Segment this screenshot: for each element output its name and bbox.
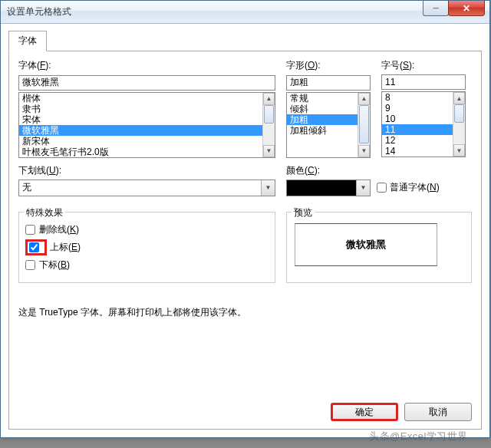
client-area: 字体 字体(F): 楷体 隶书 宋体 微软雅黑 新宋体 叶根友毛笔行书2.0版 [1, 24, 489, 437]
tabstrip: 字体 [8, 30, 482, 51]
scroll-down-icon[interactable]: ▼ [358, 145, 370, 157]
scroll-up-icon[interactable]: ▲ [453, 92, 465, 104]
scroll-up-icon[interactable]: ▲ [263, 93, 275, 105]
tab-pane: 字体(F): 楷体 隶书 宋体 微软雅黑 新宋体 叶根友毛笔行书2.0版 ▲ [8, 51, 482, 430]
style-input[interactable] [286, 75, 371, 91]
style-list[interactable]: 常规 倾斜 加粗 加粗倾斜 [287, 93, 358, 157]
underline-label: 下划线(U): [18, 164, 275, 177]
chevron-down-icon[interactable]: ▼ [261, 180, 275, 196]
scrollbar[interactable]: ▲ ▼ [358, 93, 370, 157]
font-label: 字体(F): [18, 59, 275, 72]
list-item[interactable]: 8 [382, 92, 453, 103]
chevron-down-icon[interactable]: ▼ [356, 180, 370, 196]
scroll-down-icon[interactable]: ▼ [453, 144, 465, 156]
preview-box: 微软雅黑 [295, 223, 437, 266]
format-cells-dialog: 设置单元格格式 ─ ✕ 字体 字体(F): 楷体 隶书 宋体 微软 [0, 0, 490, 438]
size-input[interactable] [381, 74, 466, 90]
subscript-checkbox[interactable]: 下标(B) [25, 259, 269, 272]
scroll-thumb[interactable] [359, 105, 369, 143]
scrollbar[interactable]: ▲ ▼ [262, 93, 275, 157]
font-list[interactable]: 楷体 隶书 宋体 微软雅黑 新宋体 叶根友毛笔行书2.0版 [19, 93, 262, 157]
list-item[interactable]: 宋体 [19, 114, 262, 125]
size-label: 字号(S): [381, 59, 466, 72]
cancel-button[interactable]: 取消 [404, 403, 472, 421]
list-item[interactable]: 加粗倾斜 [287, 125, 358, 136]
window-buttons: ─ ✕ [423, 1, 489, 16]
list-item[interactable]: 12 [382, 135, 453, 146]
footer-text: 这是 TrueType 字体。屏幕和打印机上都将使用该字体。 [18, 306, 472, 319]
scroll-down-icon[interactable]: ▼ [263, 145, 275, 157]
list-item[interactable]: 10 [382, 114, 453, 124]
underline-combo[interactable]: 无 ▼ [18, 180, 275, 196]
close-button[interactable]: ✕ [448, 1, 485, 16]
scrollbar[interactable]: ▲ ▼ [453, 92, 465, 156]
color-combo[interactable]: ▼ [286, 180, 371, 196]
list-item[interactable]: 14 [382, 146, 453, 156]
list-item[interactable]: 11 [382, 124, 453, 135]
superscript-highlight [25, 239, 47, 255]
list-item[interactable]: 微软雅黑 [19, 125, 262, 136]
effects-group: 特殊效果 删除线(K) 上标(E) 下标(B) [18, 212, 275, 283]
scroll-thumb[interactable] [264, 105, 274, 124]
list-item[interactable]: 叶根友毛笔行书2.0版 [19, 147, 262, 157]
color-swatch [287, 180, 356, 196]
list-item[interactable]: 9 [382, 103, 453, 114]
titlebar: 设置单元格格式 ─ ✕ [1, 1, 489, 24]
ok-button[interactable]: 确定 [331, 403, 398, 421]
list-item[interactable]: 倾斜 [287, 104, 358, 114]
button-bar: 确定 取消 [331, 403, 472, 421]
list-item[interactable]: 常规 [287, 93, 358, 104]
minimize-button[interactable]: ─ [423, 1, 449, 16]
color-label: 颜色(C): [286, 164, 472, 177]
window-title: 设置单元格格式 [7, 5, 71, 18]
font-input[interactable] [18, 75, 275, 91]
list-item[interactable]: 隶书 [19, 104, 262, 114]
effects-title: 特殊效果 [24, 206, 65, 219]
size-list[interactable]: 8 9 10 11 12 14 [382, 92, 453, 156]
scroll-up-icon[interactable]: ▲ [358, 93, 370, 105]
list-item[interactable]: 加粗 [287, 114, 358, 125]
style-label: 字形(O): [286, 59, 371, 72]
preview-title: 预览 [292, 206, 315, 219]
scroll-thumb[interactable] [454, 104, 464, 123]
strikethrough-checkbox[interactable]: 删除线(K) [25, 223, 269, 236]
list-item[interactable]: 新宋体 [19, 136, 262, 147]
preview-group: 预览 微软雅黑 [286, 212, 472, 283]
tab-font[interactable]: 字体 [8, 31, 47, 51]
superscript-checkbox[interactable] [29, 242, 39, 252]
normal-font-checkbox[interactable]: 普通字体(N) [377, 181, 440, 194]
list-item[interactable]: 楷体 [19, 93, 262, 104]
